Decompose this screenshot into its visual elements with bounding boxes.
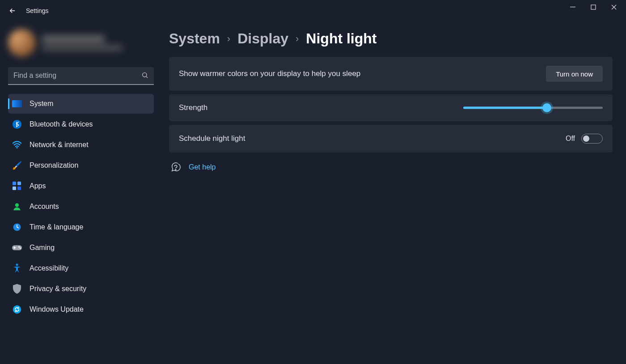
svg-rect-10 bbox=[17, 186, 21, 190]
sidebar-item-label: Accessibility bbox=[30, 264, 68, 272]
breadcrumb-system[interactable]: System bbox=[169, 30, 220, 47]
sidebar-item-apps[interactable]: Apps bbox=[8, 176, 154, 196]
breadcrumb-display[interactable]: Display bbox=[237, 30, 288, 47]
svg-point-18 bbox=[175, 169, 176, 170]
strength-label: Strength bbox=[179, 103, 207, 112]
svg-point-14 bbox=[18, 246, 20, 248]
clock-icon bbox=[12, 222, 22, 233]
sidebar-item-windows-update[interactable]: Windows Update bbox=[8, 300, 154, 319]
sidebar-item-label: Network & internet bbox=[30, 141, 89, 149]
back-button[interactable] bbox=[4, 2, 21, 20]
sidebar-item-label: Accounts bbox=[30, 203, 59, 211]
sidebar-item-network[interactable]: Network & internet bbox=[8, 135, 154, 155]
shield-icon bbox=[12, 284, 22, 294]
paintbrush-icon: 🖌️ bbox=[12, 160, 22, 171]
slider-fill bbox=[463, 107, 547, 109]
display-icon bbox=[12, 98, 22, 109]
svg-point-5 bbox=[13, 120, 21, 129]
sidebar-item-label: Bluetooth & devices bbox=[30, 120, 93, 128]
close-icon bbox=[611, 4, 617, 10]
avatar bbox=[8, 29, 36, 57]
toggle-knob bbox=[583, 135, 589, 142]
turn-on-now-button[interactable]: Turn on now bbox=[546, 66, 603, 82]
nightlight-description-card: Show warmer colors on your display to he… bbox=[169, 57, 613, 91]
breadcrumb: System › Display › Night light bbox=[169, 30, 613, 47]
slider-thumb[interactable] bbox=[542, 103, 551, 112]
chevron-right-icon: › bbox=[227, 33, 230, 45]
accessibility-icon bbox=[12, 263, 22, 274]
minimize-icon bbox=[570, 4, 575, 10]
strength-slider[interactable] bbox=[463, 103, 603, 112]
sidebar-nav: System Bluetooth & devices Network & int… bbox=[8, 94, 154, 319]
wifi-icon bbox=[12, 140, 22, 150]
svg-rect-8 bbox=[17, 182, 21, 185]
nightlight-description: Show warmer colors on your display to he… bbox=[179, 69, 360, 78]
help-icon bbox=[171, 162, 181, 172]
schedule-card: Schedule night light Off bbox=[169, 125, 613, 152]
maximize-icon bbox=[591, 4, 596, 10]
sidebar-item-gaming[interactable]: Gaming bbox=[8, 238, 154, 258]
sidebar-item-accessibility[interactable]: Accessibility bbox=[8, 258, 154, 278]
sidebar-item-label: Time & language bbox=[30, 223, 83, 231]
sidebar-item-system[interactable]: System bbox=[8, 94, 154, 114]
svg-point-15 bbox=[20, 247, 21, 249]
svg-point-16 bbox=[16, 264, 18, 266]
svg-rect-0 bbox=[570, 7, 575, 7]
sidebar-item-time-language[interactable]: Time & language bbox=[8, 217, 154, 237]
sidebar-item-label: Apps bbox=[30, 182, 46, 190]
sidebar-item-label: Gaming bbox=[30, 244, 55, 252]
chevron-right-icon: › bbox=[296, 33, 299, 45]
close-button[interactable] bbox=[604, 0, 624, 14]
maximize-button[interactable] bbox=[583, 0, 604, 14]
svg-rect-9 bbox=[13, 186, 16, 190]
strength-card: Strength bbox=[169, 94, 613, 121]
svg-rect-1 bbox=[591, 5, 596, 9]
minimize-button[interactable] bbox=[563, 0, 583, 14]
schedule-label: Schedule night light bbox=[179, 134, 245, 143]
get-help-link[interactable]: Get help bbox=[189, 163, 216, 171]
page-title: Night light bbox=[306, 30, 376, 47]
user-profile[interactable] bbox=[8, 24, 154, 62]
person-icon bbox=[12, 201, 22, 212]
svg-point-17 bbox=[13, 305, 21, 313]
svg-point-11 bbox=[15, 203, 19, 207]
sidebar-item-bluetooth[interactable]: Bluetooth & devices bbox=[8, 114, 154, 134]
svg-rect-7 bbox=[13, 182, 16, 185]
sidebar-item-accounts[interactable]: Accounts bbox=[8, 197, 154, 216]
bluetooth-icon bbox=[12, 119, 22, 130]
sidebar-item-label: Windows Update bbox=[30, 305, 84, 313]
svg-rect-4 bbox=[12, 100, 22, 107]
sidebar-item-privacy[interactable]: Privacy & security bbox=[8, 279, 154, 299]
gamepad-icon bbox=[12, 242, 22, 253]
sidebar-item-personalization[interactable]: 🖌️ Personalization bbox=[8, 156, 154, 175]
sidebar-item-label: Privacy & security bbox=[30, 285, 86, 293]
apps-icon bbox=[12, 181, 22, 191]
schedule-toggle-state: Off bbox=[566, 135, 575, 143]
update-icon bbox=[12, 304, 22, 315]
sidebar-item-label: Personalization bbox=[30, 161, 78, 169]
window-title: Settings bbox=[26, 7, 49, 14]
sidebar-item-label: System bbox=[30, 100, 53, 108]
search-input[interactable] bbox=[8, 67, 154, 85]
svg-point-6 bbox=[16, 147, 17, 148]
schedule-toggle[interactable] bbox=[581, 134, 603, 144]
arrow-left-icon bbox=[8, 7, 17, 15]
